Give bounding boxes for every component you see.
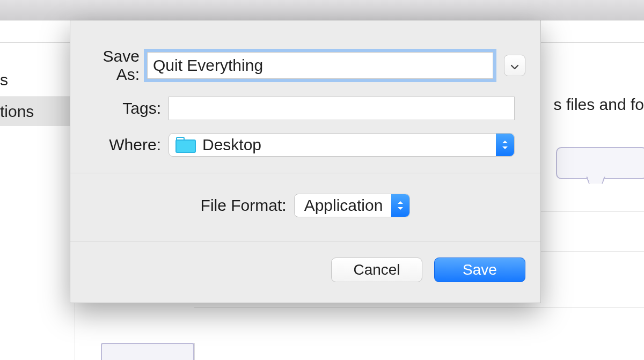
tags-label: Tags: [85,99,169,117]
saveas-label: Save As: [85,47,147,84]
file-format-select[interactable]: Application [294,194,411,217]
updown-stepper-icon [391,194,409,217]
sidebar-item-partial-2[interactable]: tions [0,97,75,126]
background-tab [101,343,194,360]
tags-row: Tags: [85,97,525,120]
background-hint-text: s files and fo [554,95,644,114]
sidebar-item-partial-1[interactable]: s [0,63,75,97]
where-select[interactable]: Desktop [169,133,515,157]
save-dialog-format: File Format: Application [70,173,540,241]
save-dialog: Save As: Tags: Where: Desktop [70,20,541,303]
background-divider [194,307,644,308]
saveas-input[interactable] [147,52,493,79]
tags-input[interactable] [169,97,515,120]
background-divider [194,343,195,360]
file-format-value: Application [304,196,383,215]
background-speech-bubble [556,147,644,179]
where-row: Where: Desktop [85,133,525,157]
file-format-label: File Format: [201,196,287,215]
expand-button[interactable] [504,55,525,76]
save-button[interactable]: Save [434,258,525,282]
save-dialog-buttons: Cancel Save [70,241,540,303]
save-dialog-main: Save As: Tags: Where: Desktop [70,20,540,173]
cancel-button[interactable]: Cancel [331,258,422,282]
background-sidebar: s tions [0,63,75,360]
saveas-row: Save As: [85,47,525,84]
where-value: Desktop [202,136,261,154]
where-label: Where: [85,136,169,154]
folder-icon [175,137,196,153]
updown-stepper-icon [496,134,514,156]
chevron-down-icon [510,57,519,74]
window-titlebar [0,0,644,20]
